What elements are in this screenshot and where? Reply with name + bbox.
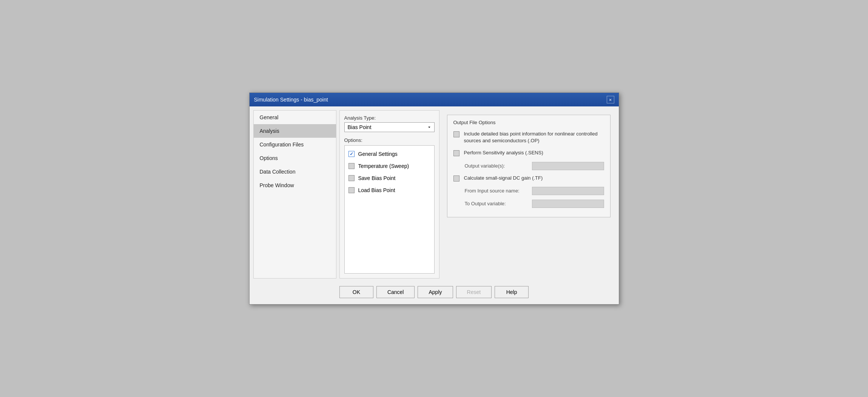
help-button[interactable]: Help — [495, 286, 529, 298]
from-input-label: From Input source name: — [465, 188, 529, 194]
analysis-type-label: Analysis Type: — [344, 115, 435, 121]
left-panel: General Analysis Configuration Files Opt… — [253, 110, 336, 279]
include-detailed-label: Include detailed bias point information … — [464, 131, 604, 144]
output-file-options-group: Output File Options Include detailed bia… — [447, 115, 611, 217]
perform-sensitivity-label: Perform Sensitivity analysis (.SENS) — [464, 149, 604, 156]
to-output-field[interactable] — [532, 200, 604, 208]
sidebar-item-options[interactable]: Options — [254, 151, 336, 165]
main-content: General Analysis Configuration Files Opt… — [253, 110, 615, 279]
output-variables-label: Output variable(s): — [465, 163, 529, 169]
reset-button[interactable]: Reset — [456, 286, 492, 298]
options-label: Options: — [344, 137, 435, 143]
sidebar-item-general[interactable]: General — [254, 111, 336, 124]
output-row-perform-sensitivity: Perform Sensitivity analysis (.SENS) — [453, 149, 604, 156]
output-file-options-title: Output File Options — [453, 120, 604, 125]
to-output-row: To Output variable: — [453, 200, 604, 208]
output-row-calculate-dc: Calculate small-signal DC gain (.TF) — [453, 175, 604, 182]
option-load-bias-point-label: Load Bias Point — [358, 187, 395, 193]
option-general-settings-label: General Settings — [358, 151, 398, 157]
dialog-title: Simulation Settings - bias_point — [254, 97, 328, 103]
output-variables-row: Output variable(s): — [453, 162, 604, 170]
option-save-bias-point[interactable]: Save Bias Point — [345, 172, 434, 184]
sidebar-item-probe-window[interactable]: Probe Window — [254, 178, 336, 192]
checkbox-general-settings[interactable] — [348, 151, 355, 157]
checkbox-perform-sensitivity[interactable] — [453, 150, 459, 156]
checkbox-include-detailed[interactable] — [453, 131, 459, 137]
middle-panel: Analysis Type: Bias Point AC Sweep DC Sw… — [339, 110, 439, 279]
output-row-include-detailed: Include detailed bias point information … — [453, 131, 604, 144]
sidebar-item-data-collection[interactable]: Data Collection — [254, 165, 336, 178]
option-temperature-sweep-label: Temperature (Sweep) — [358, 163, 409, 169]
option-temperature-sweep[interactable]: Temperature (Sweep) — [345, 160, 434, 172]
from-input-row: From Input source name: — [453, 187, 604, 195]
dialog-body: General Analysis Configuration Files Opt… — [250, 106, 619, 304]
option-load-bias-point[interactable]: Load Bias Point — [345, 184, 434, 196]
ok-button[interactable]: OK — [339, 286, 373, 298]
to-output-label: To Output variable: — [465, 201, 529, 206]
title-bar: Simulation Settings - bias_point × — [250, 93, 619, 106]
analysis-type-select[interactable]: Bias Point AC Sweep DC Sweep Transient P… — [344, 122, 435, 132]
sidebar-item-analysis[interactable]: Analysis — [254, 124, 336, 138]
right-panel: Output File Options Include detailed bia… — [442, 110, 615, 279]
checkbox-temperature-sweep[interactable] — [348, 163, 355, 169]
option-general-settings[interactable]: General Settings — [345, 148, 434, 160]
checkbox-load-bias-point[interactable] — [348, 187, 355, 193]
close-button[interactable]: × — [607, 96, 614, 103]
checkbox-save-bias-point[interactable] — [348, 175, 355, 181]
output-variables-input[interactable] — [532, 162, 604, 170]
footer: OK Cancel Apply Reset Help — [253, 282, 615, 300]
options-list: General Settings Temperature (Sweep) Sav… — [344, 145, 435, 274]
sidebar-item-configuration-files[interactable]: Configuration Files — [254, 138, 336, 151]
calculate-dc-label: Calculate small-signal DC gain (.TF) — [464, 175, 604, 182]
apply-button[interactable]: Apply — [418, 286, 453, 298]
simulation-settings-dialog: Simulation Settings - bias_point × Gener… — [249, 92, 619, 305]
checkbox-calculate-dc[interactable] — [453, 175, 459, 182]
cancel-button[interactable]: Cancel — [376, 286, 415, 298]
option-save-bias-point-label: Save Bias Point — [358, 175, 396, 181]
from-input-field[interactable] — [532, 187, 604, 195]
